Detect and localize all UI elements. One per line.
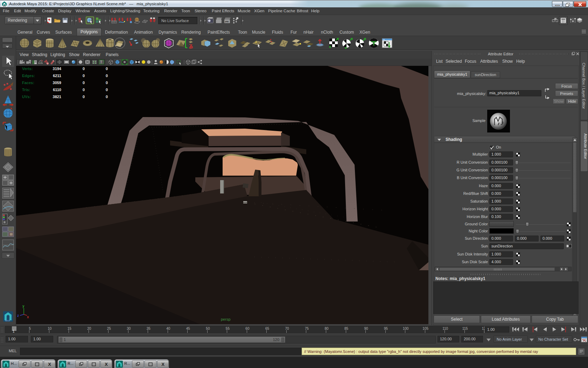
svg-text:T: T: [100, 60, 102, 64]
svg-text:0: 0: [83, 81, 85, 85]
svg-text:0: 0: [106, 74, 108, 78]
svg-text:z: z: [17, 314, 19, 318]
svg-text:0: 0: [106, 81, 108, 85]
svg-text:Tris:: Tris:: [22, 88, 30, 92]
svg-text:6211: 6211: [53, 74, 61, 78]
svg-text:0: 0: [106, 95, 108, 99]
svg-text:3821: 3821: [53, 95, 61, 99]
svg-text:0: 0: [83, 95, 85, 99]
svg-text:6110: 6110: [53, 88, 61, 92]
svg-text:y: y: [22, 304, 24, 308]
svg-text:x: x: [27, 315, 29, 319]
svg-text:MAYA: MAYA: [5, 320, 10, 322]
svg-text:0: 0: [83, 88, 85, 92]
svg-text:3059: 3059: [53, 81, 61, 85]
svg-text:Edges:: Edges:: [22, 74, 35, 78]
svg-text:3194: 3194: [53, 67, 62, 71]
svg-text:0: 0: [106, 88, 108, 92]
svg-text:persp: persp: [221, 317, 231, 321]
svg-text:Verts:: Verts:: [22, 67, 33, 71]
svg-text:0: 0: [83, 67, 85, 71]
svg-text:UVs:: UVs:: [22, 95, 31, 99]
svg-text:Faces:: Faces:: [22, 81, 34, 85]
svg-text:IPR: IPR: [225, 21, 229, 23]
svg-text:0: 0: [106, 67, 108, 71]
svg-text:0: 0: [83, 74, 85, 78]
